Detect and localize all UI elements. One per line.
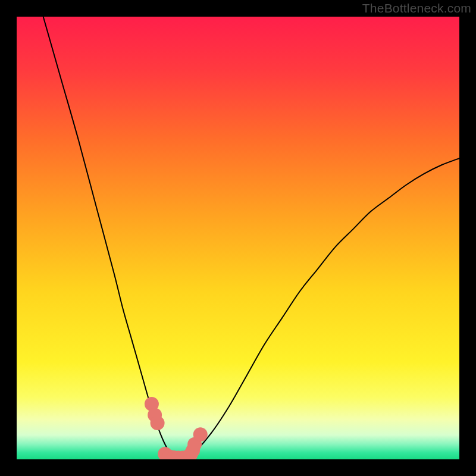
watermark-label: TheBottleneck.com <box>362 1 471 15</box>
chart-background <box>17 17 459 459</box>
chart-plot-area <box>17 17 459 459</box>
chart-frame: TheBottleneck.com <box>0 0 476 476</box>
chart-marker <box>193 427 208 441</box>
chart-marker <box>151 416 165 430</box>
chart-svg <box>17 17 459 459</box>
